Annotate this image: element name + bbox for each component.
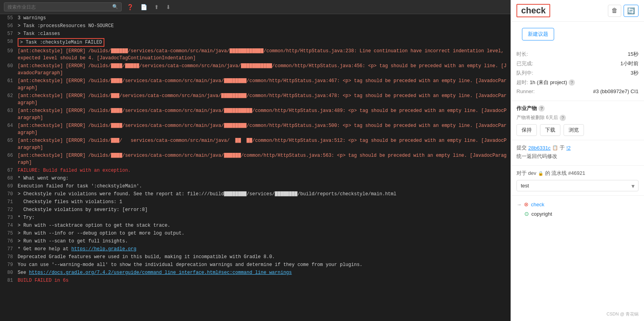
job-title: check xyxy=(516,4,550,17)
commit-label: 提交 xyxy=(516,144,527,151)
log-line: 79 You can use '--warning-mode all' to s… xyxy=(0,261,511,269)
scroll-up-btn[interactable]: ⬆ xyxy=(152,3,161,11)
log-line: 59 [ant:checkstyle] [ERROR] /builds/████… xyxy=(0,47,511,62)
completed-label: 已完成: xyxy=(516,60,533,67)
log-line: 68 * What went wrong: xyxy=(0,174,511,182)
log-line: 80 See https://docs.gradle.org/7.4.2/use… xyxy=(0,269,511,277)
artifacts-help-icon[interactable]: ? xyxy=(538,105,545,112)
log-panel: 🔍 ❓ 📄 ⬆ ⬇ 55 3 warnings 56 > Task :proce… xyxy=(0,0,511,321)
log-line: 64 [ant:checkstyle] [ERROR] /builds/████… xyxy=(0,122,511,137)
log-header: 🔍 ❓ 📄 ⬆ ⬇ xyxy=(0,0,511,14)
footer-text: CSDN @ 青花锅 xyxy=(607,312,639,316)
log-line: 67 FAILURE: Build failed with an excepti… xyxy=(0,167,511,174)
arrow-icon: → xyxy=(516,202,522,207)
artifacts-title: 作业产物 ? xyxy=(516,105,639,112)
job-success-name[interactable]: copyright xyxy=(531,211,552,217)
artifacts-delete-note: 产物将被删除 6天后 ? xyxy=(516,114,639,121)
job-item-copyright: ⊙ copyright xyxy=(516,209,639,218)
artifact-buttons: 保持 下载 浏览 xyxy=(516,124,639,136)
search-input[interactable] xyxy=(7,4,112,10)
keep-button[interactable]: 保持 xyxy=(516,124,537,136)
copy-icon[interactable]: 📋 xyxy=(552,145,558,150)
runner-label: Runner: xyxy=(516,88,535,94)
timeout-row: 超时: 1h (来自 project) ? xyxy=(516,79,639,86)
commit-section: 提交 28b6331c 📋 于 !2 统一返回代码修改 xyxy=(511,140,644,166)
jobs-section: → ⊗ check ⊙ copyright xyxy=(511,196,644,222)
commit-row: 提交 28b6331c 📋 于 !2 xyxy=(516,144,639,151)
log-line: 63 [ant:checkstyle] [ERROR] /builds/████… xyxy=(0,107,511,122)
help-btn[interactable]: ❓ xyxy=(125,3,135,11)
completed-row: 已完成: 1小时前 xyxy=(516,60,639,67)
timeout-value: 1h (来自 project) xyxy=(530,79,567,86)
pipeline-select[interactable]: test xyxy=(516,180,639,191)
log-line: 77 * Get more help at https://help.gradl… xyxy=(0,245,511,253)
log-line: 62 [ant:checkstyle] [ERROR] /builds/███/… xyxy=(0,92,511,107)
log-line: 65 [ant:checkstyle] [ERROR] /builds/███/… xyxy=(0,137,511,152)
log-line: 56 > Task :processResources NO-SOURCE xyxy=(0,22,511,30)
commit-hash-link[interactable]: 28b6331c xyxy=(528,145,551,151)
log-line: 66 [ant:checkstyle] [ERROR] /builds/████… xyxy=(0,152,511,167)
timeout-label: 超时: xyxy=(516,79,528,86)
log-line: 72 Checkstyle violations by severity: [e… xyxy=(0,206,511,214)
lock-icon: 🔒 xyxy=(538,171,544,176)
log-line: 55 3 warnings xyxy=(0,14,511,22)
artifacts-section: 作业产物 ? 产物将被删除 6天后 ? 保持 下载 浏览 xyxy=(511,101,644,140)
runner-row: Runner: #3 (bb08972e7) CI1 xyxy=(516,88,639,94)
log-line: 57 > Task :classes xyxy=(0,30,511,38)
pipeline-select-wrapper[interactable]: test xyxy=(516,180,639,191)
job-failed-name[interactable]: check xyxy=(531,202,544,207)
queue-row: 队列中: 3秒 xyxy=(516,70,639,77)
pipeline-text: 的 流水线 #46921 xyxy=(545,170,586,177)
runner-value: #3 (bb08972e7) CI1 xyxy=(593,88,639,94)
new-issue-button[interactable]: 新建议题 xyxy=(522,28,554,40)
browse-button[interactable]: 浏览 xyxy=(564,124,584,136)
job-failed-icon: ⊗ xyxy=(524,201,529,207)
log-line: 70 > Checkstyle rule violations were fou… xyxy=(0,190,511,198)
pipeline-section: 对于 dev 🔒 的 流水线 #46921 test xyxy=(511,166,644,196)
log-line: 81 BUILD FAILED in 6s xyxy=(0,277,511,284)
log-line-error-highlight: 58 > Task :checkstyleMain FAILED xyxy=(0,38,511,47)
log-line: 78 Deprecated Gradle features were used … xyxy=(0,253,511,261)
gradle-help-link[interactable]: https://help.gradle.org xyxy=(71,246,137,252)
right-panel: check 🗑 🔄 新建议题 时长: 15秒 已完成: 1小时前 队列中: 3秒… xyxy=(511,0,644,321)
artifacts-delete-help-icon[interactable]: ? xyxy=(560,115,566,121)
job-success-icon: ⊙ xyxy=(524,211,529,217)
download-button[interactable]: 下载 xyxy=(540,124,560,136)
commit-message: 统一返回代码修改 xyxy=(516,153,557,160)
header-actions: 🗑 🔄 xyxy=(608,5,639,17)
duration-label: 时长: xyxy=(516,51,528,58)
log-line: 60 [ant:checkstyle] [ERROR] /builds/████… xyxy=(0,62,511,77)
right-panel-header: check 🗑 🔄 xyxy=(511,0,644,22)
log-line: 61 [ant:checkstyle] [ERROR] /builds/████… xyxy=(0,77,511,92)
duration-value: 15秒 xyxy=(628,51,639,58)
log-content: 55 3 warnings 56 > Task :processResource… xyxy=(0,14,511,284)
footer: CSDN @ 青花锅 xyxy=(511,307,644,321)
gradle-docs-link[interactable]: https://docs.gradle.org/7.4.2/userguide/… xyxy=(29,270,292,275)
log-line: 69 Execution failed for task ':checkstyl… xyxy=(0,182,511,190)
queue-label: 队列中: xyxy=(516,70,533,77)
timeout-help-icon[interactable]: ? xyxy=(569,79,575,86)
log-line: 76 > Run with --scan to get full insight… xyxy=(0,237,511,245)
log-line: 75 > Run with --info or --debug option t… xyxy=(0,229,511,237)
scroll-down-btn[interactable]: ⬇ xyxy=(164,3,173,11)
commit-message-row: 统一返回代码修改 xyxy=(516,153,639,160)
commit-ref-link[interactable]: !2 xyxy=(566,145,571,151)
delete-button[interactable]: 🗑 xyxy=(608,5,621,17)
log-line: 74 > Run with --stacktrace option to get… xyxy=(0,222,511,229)
search-icon: 🔍 xyxy=(112,4,118,10)
duration-row: 时长: 15秒 xyxy=(516,51,639,58)
meta-section: 时长: 15秒 已完成: 1小时前 队列中: 3秒 超时: 1h (来自 pro… xyxy=(511,47,644,101)
raw-btn[interactable]: 📄 xyxy=(139,3,149,11)
job-item-check: → ⊗ check xyxy=(516,200,639,209)
pipeline-for: 对于 dev xyxy=(516,170,536,177)
retry-button[interactable]: 🔄 xyxy=(624,5,639,17)
search-box[interactable]: 🔍 xyxy=(4,2,122,11)
pipeline-title: 对于 dev 🔒 的 流水线 #46921 xyxy=(516,170,639,177)
log-line: 73 * Try: xyxy=(0,214,511,222)
commit-at: 于 xyxy=(560,144,565,151)
queue-value: 3秒 xyxy=(631,70,639,77)
log-line: 71 Checkstyle files with violations: 1 xyxy=(0,198,511,206)
completed-value: 1小时前 xyxy=(620,60,639,67)
new-issue-section: 新建议题 xyxy=(511,22,644,47)
